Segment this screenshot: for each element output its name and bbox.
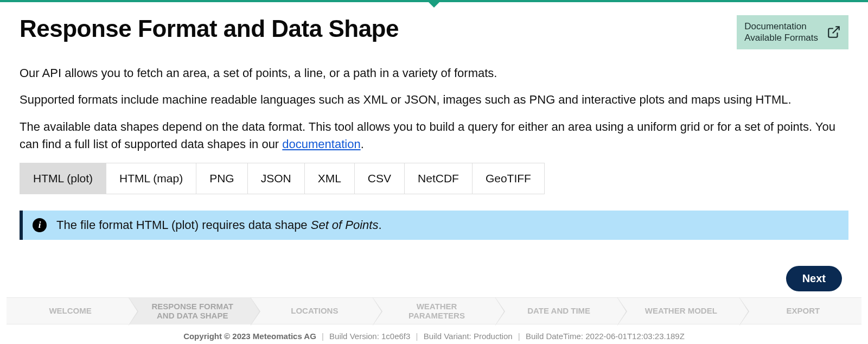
- footer: Copyright © 2023 Meteomatics AG | Build …: [0, 332, 868, 341]
- format-tab-geotiff[interactable]: GeoTIFF: [473, 163, 544, 194]
- next-button[interactable]: Next: [786, 266, 842, 291]
- step-weather-model[interactable]: WEATHER MODEL: [617, 297, 739, 324]
- intro-p3: The available data shapes depend on the …: [20, 118, 848, 153]
- format-tab-netcdf[interactable]: NetCDF: [405, 163, 473, 194]
- info-text: The file format HTML (plot) requires dat…: [56, 218, 382, 232]
- step-response-format-and-data-shape[interactable]: RESPONSE FORMAT AND DATA SHAPE: [129, 297, 251, 324]
- step-locations[interactable]: LOCATIONS: [251, 297, 373, 324]
- docbox-line2: Available Formats: [744, 32, 818, 43]
- svg-line-0: [833, 27, 839, 34]
- step-date-and-time[interactable]: DATE AND TIME: [495, 297, 617, 324]
- format-tab-png[interactable]: PNG: [196, 163, 248, 194]
- format-tab-xml[interactable]: XML: [305, 163, 355, 194]
- step-weather-parameters[interactable]: WEATHER PARAMETERS: [373, 297, 495, 324]
- step-welcome[interactable]: WELCOME: [7, 297, 129, 324]
- intro-p1: Our API allows you to fetch an area, a s…: [20, 65, 848, 82]
- external-link-icon: [827, 25, 841, 39]
- docbox-line1: Documentation: [744, 21, 818, 32]
- info-icon: i: [33, 218, 47, 232]
- format-tab-json[interactable]: JSON: [248, 163, 305, 194]
- intro-p2: Supported formats include machine readab…: [20, 91, 848, 109]
- format-tab-html-plot[interactable]: HTML (plot): [20, 163, 106, 194]
- documentation-link[interactable]: documentation: [282, 137, 360, 151]
- top-accent-border: [0, 0, 868, 2]
- step-export[interactable]: EXPORT: [739, 297, 861, 324]
- format-tab-csv[interactable]: CSV: [355, 163, 405, 194]
- format-tabs: HTML (plot)HTML (map)PNGJSONXMLCSVNetCDF…: [20, 163, 545, 194]
- intro-text: Our API allows you to fetch an area, a s…: [20, 65, 848, 154]
- documentation-formats-link[interactable]: Documentation Available Formats: [737, 15, 848, 49]
- info-banner: i The file format HTML (plot) requires d…: [20, 211, 848, 240]
- footer-copyright: Copyright © 2023 Meteomatics AG: [183, 332, 316, 341]
- page-title: Response Format and Data Shape: [20, 15, 399, 42]
- format-tab-html-map[interactable]: HTML (map): [106, 163, 196, 194]
- wizard-stepper: WELCOMERESPONSE FORMAT AND DATA SHAPELOC…: [7, 297, 861, 324]
